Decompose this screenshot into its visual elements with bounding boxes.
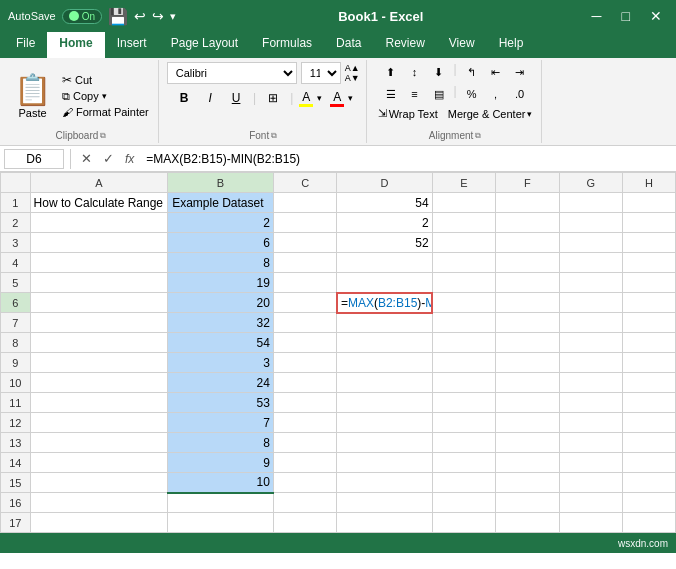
cell-B1[interactable]: Example Dataset (168, 193, 274, 213)
cell-D5[interactable] (337, 273, 432, 293)
cell-E1[interactable] (432, 193, 495, 213)
cell-G13[interactable] (559, 433, 622, 453)
fill-color-dropdown[interactable]: ▾ (317, 93, 322, 103)
tab-help[interactable]: Help (487, 32, 536, 58)
cell-B6[interactable]: 20 (168, 293, 274, 313)
cell-C15[interactable] (273, 473, 336, 493)
cell-G3[interactable] (559, 233, 622, 253)
cell-C1[interactable] (273, 193, 336, 213)
cell-C7[interactable] (273, 313, 336, 333)
decrease-font-size[interactable]: A▼ (345, 74, 360, 83)
cell-A13[interactable] (30, 433, 168, 453)
tab-data[interactable]: Data (324, 32, 373, 58)
cell-F5[interactable] (496, 273, 559, 293)
cell-H12[interactable] (623, 413, 676, 433)
cell-E15[interactable] (432, 473, 495, 493)
cut-button[interactable]: ✂ Cut (59, 72, 152, 88)
cell-A5[interactable] (30, 273, 168, 293)
save-icon[interactable]: 💾 (108, 7, 128, 26)
cell-A14[interactable] (30, 453, 168, 473)
cell-B3[interactable]: 6 (168, 233, 274, 253)
row-header-16[interactable]: 16 (1, 493, 31, 513)
cell-B15[interactable]: 10 (168, 473, 274, 493)
row-header-3[interactable]: 3 (1, 233, 31, 253)
cell-F6[interactable] (496, 293, 559, 313)
more-icon[interactable]: ▾ (170, 10, 176, 23)
cell-H9[interactable] (623, 353, 676, 373)
cell-E16[interactable] (432, 493, 495, 513)
col-header-G[interactable]: G (559, 173, 622, 193)
cell-A4[interactable] (30, 253, 168, 273)
row-header-10[interactable]: 10 (1, 373, 31, 393)
font-expand-icon[interactable]: ⧉ (271, 131, 277, 141)
border-button[interactable]: ⊞ (262, 87, 284, 109)
align-bottom-button[interactable]: ⬇ (428, 62, 450, 82)
cell-G16[interactable] (559, 493, 622, 513)
row-header-17[interactable]: 17 (1, 513, 31, 533)
cell-F13[interactable] (496, 433, 559, 453)
cell-A12[interactable] (30, 413, 168, 433)
col-header-A[interactable]: A (30, 173, 168, 193)
align-right-button[interactable]: ▤ (428, 84, 450, 104)
cell-D7[interactable] (337, 313, 432, 333)
minimize-button[interactable]: ─ (586, 6, 608, 26)
cell-C16[interactable] (273, 493, 336, 513)
row-header-13[interactable]: 13 (1, 433, 31, 453)
cell-reference-box[interactable]: D6 (4, 149, 64, 169)
cell-A16[interactable] (30, 493, 168, 513)
cell-E3[interactable] (432, 233, 495, 253)
cell-G9[interactable] (559, 353, 622, 373)
font-color-dropdown[interactable]: ▾ (348, 93, 353, 103)
formula-input[interactable] (142, 152, 672, 166)
cell-D12[interactable] (337, 413, 432, 433)
increase-decimal-button[interactable]: .0 (509, 84, 531, 104)
col-header-B[interactable]: B (168, 173, 274, 193)
restore-button[interactable]: □ (616, 6, 636, 26)
cell-E7[interactable] (432, 313, 495, 333)
cell-G11[interactable] (559, 393, 622, 413)
cell-D13[interactable] (337, 433, 432, 453)
cell-E2[interactable] (432, 213, 495, 233)
cell-B16[interactable] (168, 493, 274, 513)
row-header-11[interactable]: 11 (1, 393, 31, 413)
cell-E10[interactable] (432, 373, 495, 393)
cell-B12[interactable]: 7 (168, 413, 274, 433)
cell-E12[interactable] (432, 413, 495, 433)
align-left-button[interactable]: ☰ (380, 84, 402, 104)
cell-A3[interactable] (30, 233, 168, 253)
cell-B5[interactable]: 19 (168, 273, 274, 293)
cell-C9[interactable] (273, 353, 336, 373)
col-header-D[interactable]: D (337, 173, 432, 193)
cell-A1[interactable]: How to Calculate Range (30, 193, 168, 213)
cell-D4[interactable] (337, 253, 432, 273)
cell-F10[interactable] (496, 373, 559, 393)
italic-button[interactable]: I (199, 87, 221, 109)
cell-H7[interactable] (623, 313, 676, 333)
cell-C12[interactable] (273, 413, 336, 433)
tab-formulas[interactable]: Formulas (250, 32, 324, 58)
cell-E11[interactable] (432, 393, 495, 413)
cell-E17[interactable] (432, 513, 495, 533)
number-format-button[interactable]: % (461, 84, 483, 104)
cell-H4[interactable] (623, 253, 676, 273)
cell-H5[interactable] (623, 273, 676, 293)
bold-button[interactable]: B (173, 87, 195, 109)
cell-G5[interactable] (559, 273, 622, 293)
cell-G2[interactable] (559, 213, 622, 233)
cell-G14[interactable] (559, 453, 622, 473)
cell-H15[interactable] (623, 473, 676, 493)
align-top-button[interactable]: ⬆ (380, 62, 402, 82)
cell-H16[interactable] (623, 493, 676, 513)
autosave-toggle[interactable]: On (62, 9, 102, 24)
cell-C4[interactable] (273, 253, 336, 273)
tab-file[interactable]: File (4, 32, 47, 58)
copy-button[interactable]: ⧉ Copy ▾ (59, 89, 152, 104)
cell-G10[interactable] (559, 373, 622, 393)
cell-G12[interactable] (559, 413, 622, 433)
confirm-formula-button[interactable]: ✓ (99, 151, 117, 166)
col-header-C[interactable]: C (273, 173, 336, 193)
cell-B11[interactable]: 53 (168, 393, 274, 413)
fill-color-button[interactable]: A (299, 90, 313, 107)
row-header-2[interactable]: 2 (1, 213, 31, 233)
cell-G17[interactable] (559, 513, 622, 533)
